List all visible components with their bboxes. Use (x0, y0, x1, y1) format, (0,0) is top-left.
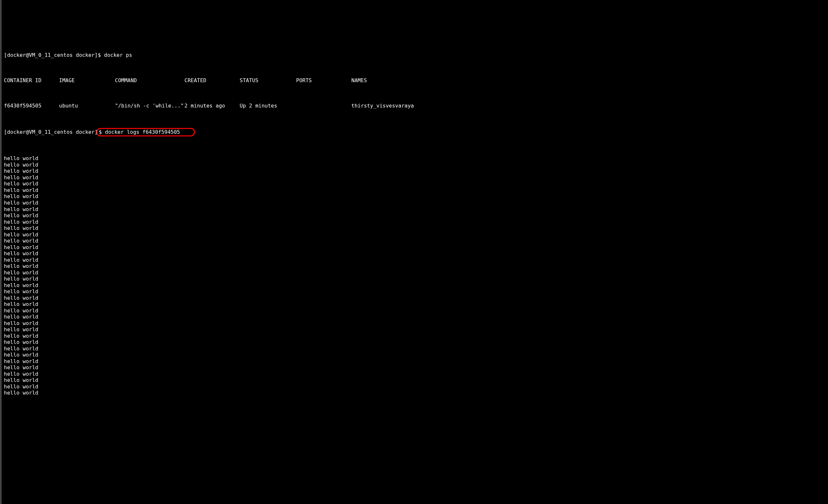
log-line: hello world (4, 193, 828, 200)
log-line: hello world (4, 250, 828, 257)
log-line: hello world (4, 390, 828, 396)
log-line: hello world (4, 320, 828, 327)
log-line: hello world (4, 282, 828, 289)
log-line: hello world (4, 276, 828, 282)
log-line: hello world (4, 212, 828, 219)
log-line: hello world (4, 238, 828, 244)
header-command: COMMAND (115, 77, 184, 84)
log-line: hello world (4, 314, 828, 320)
log-line: hello world (4, 333, 828, 339)
header-status: STATUS (240, 77, 296, 84)
log-line: hello world (4, 339, 828, 345)
log-line: hello world (4, 206, 828, 213)
log-line: hello world (4, 358, 828, 365)
header-container-id: CONTAINER ID (4, 77, 59, 84)
cell-ports (296, 102, 351, 109)
log-output: hello worldhello worldhello worldhello w… (4, 155, 828, 396)
command-text: $ docker logs f6430f594505 (99, 129, 180, 135)
log-line: hello world (4, 345, 828, 352)
log-line: hello world (4, 371, 828, 377)
log-line: hello world (4, 174, 828, 181)
scrollbar[interactable] (0, 0, 2, 434)
cell-names: thirsty_visvesvaraya (351, 102, 828, 109)
cell-status: Up 2 minutes (240, 102, 296, 109)
log-line: hello world (4, 219, 828, 225)
cell-created: 2 minutes ago (184, 102, 240, 109)
prompt-prefix: [docker@VM_0_11_centos docker]$ (4, 52, 104, 58)
log-line: hello world (4, 225, 828, 232)
log-line: hello world (4, 232, 828, 238)
log-line: hello world (4, 187, 828, 194)
log-line: hello world (4, 307, 828, 314)
log-line: hello world (4, 364, 828, 371)
log-line: hello world (4, 244, 828, 251)
log-line: hello world (4, 301, 828, 307)
cell-image: ubuntu (59, 102, 115, 109)
log-line: hello world (4, 257, 828, 263)
table-row: f6430f594505 ubuntu "/bin/sh -c 'while..… (4, 102, 828, 109)
log-line: hello world (4, 383, 828, 390)
log-line: hello world (4, 269, 828, 276)
header-created: CREATED (184, 77, 240, 84)
log-line: hello world (4, 180, 828, 187)
log-line: hello world (4, 288, 828, 295)
table-header-row: CONTAINER ID IMAGE COMMAND CREATED STATU… (4, 77, 828, 84)
command-text: docker ps (104, 52, 132, 58)
log-line: hello world (4, 155, 828, 162)
cell-container-id: f6430f594505 (4, 102, 59, 109)
log-line: hello world (4, 200, 828, 206)
log-line: hello world (4, 168, 828, 174)
log-line: hello world (4, 263, 828, 269)
log-line: hello world (4, 326, 828, 333)
log-line: hello world (4, 295, 828, 301)
prompt-prefix: [docker@VM_0_11_centos docker] (4, 129, 98, 135)
log-line: hello world (4, 377, 828, 383)
prompt-line-1: [docker@VM_0_11_centos docker]$ docker p… (4, 52, 828, 58)
log-line: hello world (4, 162, 828, 168)
highlighted-command: $ docker logs f6430f594505 (96, 128, 195, 136)
header-image: IMAGE (59, 77, 115, 84)
log-line: hello world (4, 352, 828, 358)
cell-command: "/bin/sh -c 'while..." (115, 102, 184, 109)
prompt-line-2: [docker@VM_0_11_centos docker]$ docker l… (4, 128, 828, 136)
header-names: NAMES (351, 77, 828, 84)
terminal-output[interactable]: [docker@VM_0_11_centos docker]$ docker p… (4, 39, 828, 402)
header-ports: PORTS (296, 77, 351, 84)
